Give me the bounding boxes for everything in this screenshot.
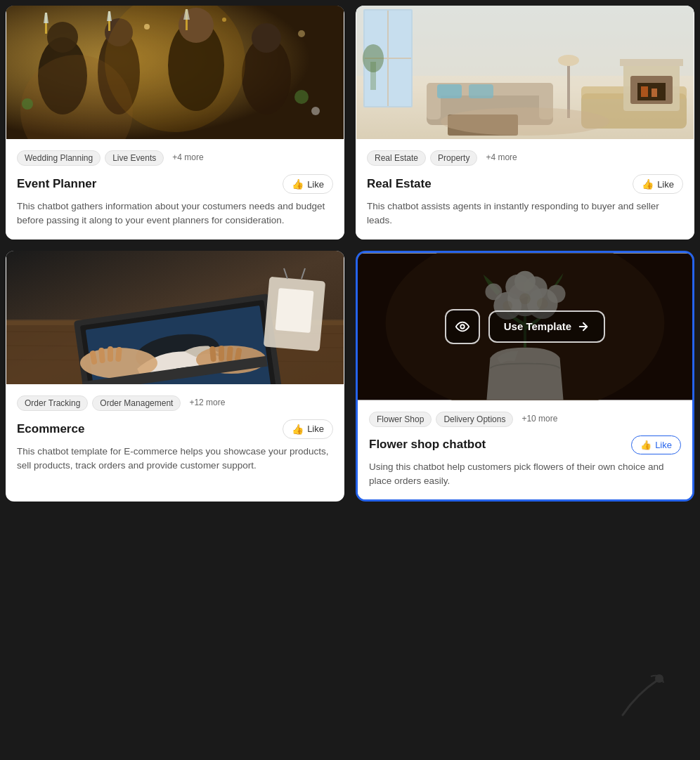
event-planner-description: This chatbot gathers information about y… [17,199,333,228]
flower-shop-image-container: Use Template [358,253,692,400]
tag-flower-shop: Flower Shop [369,412,432,427]
flower-shop-tags: Flower Shop Delivery Options +10 more [369,412,681,427]
svg-rect-49 [620,59,683,66]
thumb-icon-re: 👍 [642,178,654,190]
cursor-decoration [609,666,672,732]
tag-delivery-options: Delivery Options [436,412,513,427]
svg-rect-48 [652,89,657,97]
ecommerce-description: This chatbot template for E-commerce hel… [17,445,333,473]
thumb-icon-ec: 👍 [292,424,304,435]
svg-point-41 [558,55,579,66]
real-estate-title-row: Real Estate 👍 Like [367,174,683,194]
svg-point-9 [252,23,281,53]
svg-point-23 [298,30,305,37]
ecommerce-like-button[interactable]: 👍 Like [283,419,333,439]
flower-shop-description: Using this chatbot help customers pick f… [369,460,681,489]
svg-rect-65 [108,346,113,362]
ecommerce-body: Order Tracking Order Management +12 more… [6,384,344,485]
svg-rect-68 [219,346,224,361]
svg-point-20 [311,107,320,115]
preview-button[interactable] [445,309,480,344]
ecommerce-tags: Order Tracking Order Management +12 more [17,395,333,411]
flower-shop-title-row: Flower shop chatbot 👍 Like [369,435,681,454]
tag-more-realestate: +4 more [481,150,521,166]
event-planner-like-button[interactable]: 👍 Like [283,174,333,194]
ecommerce-card: Order Tracking Order Management +12 more… [6,251,344,502]
svg-point-19 [294,90,309,104]
tag-more-event: +4 more [168,150,207,166]
tag-property: Property [430,150,477,166]
svg-rect-47 [641,86,648,97]
event-planner-tags: Wedding Planning Live Events +4 more [17,150,333,166]
svg-rect-73 [275,287,313,332]
event-planner-title: Event Planner [17,177,96,191]
thumb-icon-fs: 👍 [640,440,652,450]
flower-shop-like-button[interactable]: 👍 Like [631,435,681,454]
svg-point-32 [363,44,384,72]
svg-point-91 [460,325,465,329]
real-estate-body: Real Estate Property +4 more Real Estate… [356,139,694,240]
flower-shop-body: Flower Shop Delivery Options +10 more Fl… [358,400,692,500]
event-planner-like-label: Like [307,179,324,190]
tag-wedding-planning: Wedding Planning [17,150,101,166]
real-estate-like-label: Like [657,179,674,190]
use-template-button[interactable]: Use Template [488,310,605,343]
ecommerce-title: Ecommerce [17,422,84,436]
tag-order-tracking: Order Tracking [17,395,88,411]
flower-shop-overlay: Use Template [358,253,692,400]
svg-point-18 [22,98,33,110]
tag-more-flower: +10 more [517,412,562,427]
flower-shop-like-label: Like [655,440,672,450]
svg-rect-37 [437,84,462,98]
event-planner-title-row: Event Planner 👍 Like [17,174,333,194]
tag-more-ecommerce: +12 more [185,395,229,411]
svg-point-22 [222,18,226,22]
svg-point-21 [144,24,150,30]
svg-point-50 [441,107,609,136]
svg-point-3 [47,22,78,53]
use-template-label: Use Template [504,320,571,332]
real-estate-description: This chatbot assists agents in instantly… [367,199,683,228]
flower-shop-title: Flower shop chatbot [369,438,486,452]
real-estate-tags: Real Estate Property +4 more [367,150,683,166]
event-planner-body: Wedding Planning Live Events +4 more Eve… [6,139,344,240]
real-estate-card: Real Estate Property +4 more Real Estate… [356,6,694,240]
real-estate-image [356,6,694,139]
ecommerce-image [6,251,344,384]
tag-real-estate: Real Estate [367,150,426,166]
thumb-icon: 👍 [292,178,304,190]
real-estate-title: Real Estate [367,177,432,191]
real-estate-like-button[interactable]: 👍 Like [633,174,683,194]
tag-order-management: Order Management [92,395,181,411]
event-planner-card: Wedding Planning Live Events +4 more Eve… [6,6,344,240]
ecommerce-like-label: Like [307,424,324,434]
flower-shop-card: Use Template Flower Shop Delivery Option… [356,251,694,502]
ecommerce-title-row: Ecommerce 👍 Like [17,419,333,439]
tag-live-events: Live Events [105,150,164,166]
event-planner-image [6,6,344,139]
svg-rect-38 [469,84,493,98]
